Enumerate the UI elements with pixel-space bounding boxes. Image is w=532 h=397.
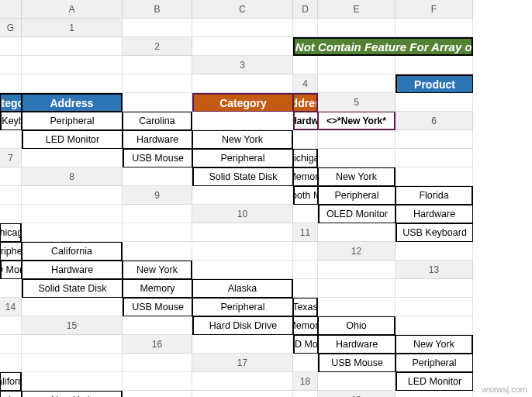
row-header-15[interactable]: 15 [22,316,123,335]
col-header-B[interactable]: B [123,0,192,19]
table-row[interactable]: OLED Monitor [293,335,318,354]
cell-E6[interactable] [293,130,318,149]
table-row[interactable]: Hardware [396,205,473,223]
cell-F3[interactable] [123,74,192,93]
table-row[interactable]: LED Monitor [396,372,473,391]
cell-F16[interactable] [22,354,123,372]
table-row[interactable]: Peripheral [22,112,123,130]
cell-F2[interactable] [22,56,123,74]
cell-A16[interactable] [192,335,293,354]
table-row[interactable]: Michigan [293,149,318,167]
table-row[interactable]: Chicago [0,223,22,242]
row-header-3[interactable]: 3 [192,56,293,74]
cell-A6[interactable] [0,130,22,149]
cell-A10[interactable] [293,205,318,223]
cell-A4[interactable] [318,74,396,93]
cell-F10[interactable] [123,223,192,242]
cell-E11[interactable] [123,242,192,261]
row-header-5[interactable]: 5 [318,93,396,112]
cell-E16[interactable] [0,354,22,372]
cell-C3[interactable] [396,56,473,74]
cell-G14[interactable] [0,316,22,335]
col-header-A[interactable]: A [22,0,123,19]
row-header-13[interactable]: 13 [396,261,473,279]
table-row[interactable]: LED Monitor [0,261,22,279]
table-row[interactable]: LED Monitor [22,130,123,149]
table-row[interactable]: California [22,242,123,261]
cell-A17[interactable] [293,354,318,372]
cell-E18[interactable] [123,391,192,397]
table-row[interactable]: Peripheral [318,186,396,205]
cell-F9[interactable] [22,205,123,223]
table-row[interactable]: Ohio [318,316,396,335]
cell-A13[interactable] [0,279,22,298]
cell-A1[interactable] [123,19,192,37]
table-row[interactable]: USB Mouse [318,354,396,372]
cell-C1[interactable] [293,19,318,37]
table-row[interactable]: New York [192,130,293,149]
table-row[interactable]: OLED Monitor [318,205,396,223]
cell-A7[interactable] [22,149,123,167]
cell-F11[interactable] [192,242,293,261]
row-header-10[interactable]: 10 [192,205,293,223]
table-row[interactable]: Peripheral [0,242,22,261]
cell-F7[interactable] [396,149,473,167]
table-row[interactable]: Peripheral [396,354,473,372]
row-header-17[interactable]: 17 [192,354,293,372]
cell-G16[interactable] [123,354,192,372]
cell-A12[interactable] [396,242,473,261]
cell-F14[interactable] [396,298,473,316]
row-header-4[interactable]: 4 [293,74,318,93]
table-row[interactable]: New York [22,391,123,397]
cell-E1[interactable] [396,19,473,37]
row-header-7[interactable]: 7 [0,149,22,167]
table-row[interactable]: Carolina [123,112,192,130]
cell-D3[interactable] [0,74,22,93]
cell-G3[interactable] [192,74,293,93]
cell-G13[interactable] [396,279,473,298]
table-row[interactable]: Solid State Disk [22,279,123,298]
cell-A5[interactable] [396,93,473,112]
cell-E10[interactable] [22,223,123,242]
row-header-16[interactable]: 16 [123,335,192,354]
cell-A9[interactable] [192,186,293,205]
cell-F1[interactable] [0,37,22,56]
cell-F15[interactable] [0,335,22,354]
table-row[interactable]: USB Keyboard [0,112,22,130]
cell-F18[interactable] [192,391,293,397]
cell-E17[interactable] [22,372,123,391]
table-row[interactable]: Hardware [123,130,192,149]
row-header-8[interactable]: 8 [22,167,123,186]
cell-G1[interactable] [22,37,123,56]
col-header-E[interactable]: E [318,0,396,19]
cell-B1[interactable] [192,19,293,37]
col-header-C[interactable]: C [192,0,293,19]
table-row[interactable]: USB Mouse [123,149,192,167]
cell-E5[interactable] [192,112,293,130]
col-header-D[interactable]: D [293,0,318,19]
col-header-F[interactable]: F [396,0,473,19]
cell-A8[interactable] [123,167,192,186]
cell-E15[interactable] [396,316,473,335]
table-row[interactable]: Bluetooth Mouse [293,186,318,205]
cell-G17[interactable] [192,372,293,391]
row-header-12[interactable]: 12 [318,242,396,261]
cell-G8[interactable] [22,186,123,205]
cell-F17[interactable] [123,372,192,391]
cell-G2[interactable] [123,56,192,74]
cell-A14[interactable] [22,298,123,316]
cell-A19[interactable] [396,391,473,397]
cell-A18[interactable] [318,372,396,391]
table-row[interactable]: Hardware [22,261,123,279]
criteria-value-category[interactable]: <>*Hardware* [293,112,318,130]
table-row[interactable]: New York [318,167,396,186]
cell-G7[interactable] [0,167,22,186]
row-header-6[interactable]: 6 [396,112,473,130]
table-row[interactable]: USB Keyboard [396,223,473,242]
cell-G10[interactable] [192,223,293,242]
row-header-9[interactable]: 9 [123,186,192,205]
row-header-14[interactable]: 14 [0,298,22,316]
cell-A3[interactable] [293,56,318,74]
cell-F6[interactable] [318,130,396,149]
cell-E4[interactable] [123,93,192,112]
